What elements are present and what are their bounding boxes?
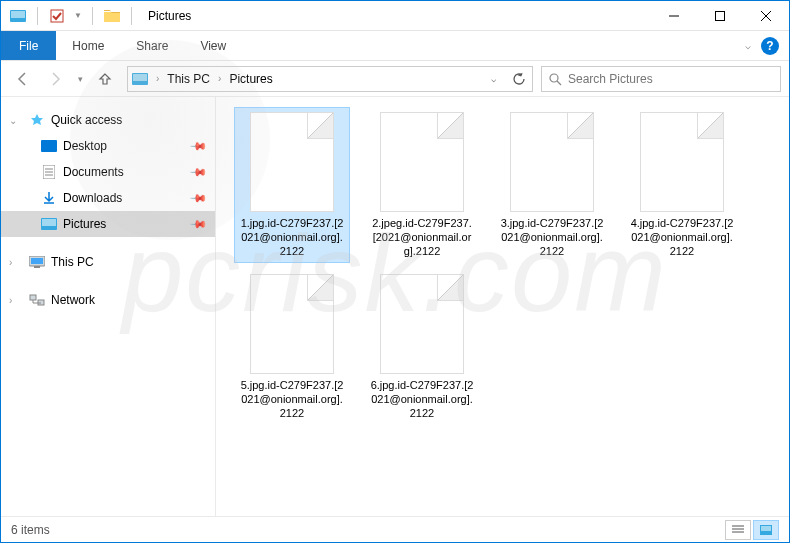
file-pane[interactable]: 1.jpg.id-C279F237.[2021@onionmail.org].2… [216,97,789,516]
file-grid: 1.jpg.id-C279F237.[2021@onionmail.org].2… [234,107,771,425]
svg-rect-22 [30,295,36,300]
file-thumb [250,112,334,212]
recent-dropdown[interactable]: ▾ [73,65,87,93]
tab-home[interactable]: Home [56,31,120,60]
file-item[interactable]: 4.jpg.id-C279F237.[2021@onionmail.org].2… [624,107,740,263]
qat-dropdown-icon[interactable]: ▼ [72,5,84,27]
tab-share[interactable]: Share [120,31,184,60]
breadcrumb[interactable]: This PC [161,72,216,86]
item-count: 6 items [11,523,50,537]
svg-rect-4 [716,11,725,20]
svg-rect-21 [34,266,40,268]
chevron-right-icon[interactable]: › [9,257,12,268]
sidebar-item-label: Downloads [63,191,122,205]
sidebar-item-label: This PC [51,255,94,269]
app-icon [7,5,29,27]
file-item[interactable]: 1.jpg.id-C279F237.[2021@onionmail.org].2… [234,107,350,263]
sidebar-item-label: Network [51,293,95,307]
titlebar: ▼ Pictures [1,1,789,31]
pin-icon: 📌 [188,136,207,155]
chevron-right-icon[interactable]: › [216,73,223,84]
star-icon [29,112,45,128]
file-thumb [510,112,594,212]
separator [131,7,132,25]
back-button[interactable] [9,65,37,93]
svg-rect-30 [761,526,771,531]
sidebar-item-desktop[interactable]: Desktop 📌 [1,133,215,159]
maximize-button[interactable] [697,1,743,31]
help-icon[interactable]: ? [761,37,779,55]
sidebar-item-label: Documents [63,165,124,179]
file-label: 1.jpg.id-C279F237.[2021@onionmail.org].2… [239,216,345,258]
explorer-window: ▼ Pictures File Home Share View ⌵ [0,0,790,543]
address-bar[interactable]: › This PC › Pictures ⌵ [127,66,533,92]
pin-icon: 📌 [188,214,207,233]
file-label: 3.jpg.id-C279F237.[2021@onionmail.org].2… [499,216,605,258]
file-item[interactable]: 5.jpg.id-C279F237.[2021@onionmail.org].2… [234,269,350,425]
pictures-icon [41,216,57,232]
address-dropdown-icon[interactable]: ⌵ [480,67,506,91]
sidebar-item-label: Desktop [63,139,107,153]
refresh-icon[interactable] [506,67,532,91]
documents-icon [41,164,57,180]
sidebar-item-label: Quick access [51,113,122,127]
forward-button[interactable] [41,65,69,93]
svg-rect-1 [11,11,25,18]
network-icon [29,292,45,308]
sidebar-item-label: Pictures [63,217,106,231]
svg-line-10 [557,81,561,85]
file-label: 4.jpg.id-C279F237.[2021@onionmail.org].2… [629,216,735,258]
properties-icon[interactable] [46,5,68,27]
file-thumb [640,112,724,212]
svg-point-9 [550,74,558,82]
pin-icon: 📌 [188,162,207,181]
file-thumb [380,112,464,212]
file-item[interactable]: 2.jpeg.id-C279F237.[2021@onionmail.org].… [364,107,480,263]
desktop-icon [41,138,57,154]
sidebar: ⌄ Quick access Desktop 📌 Documents 📌 Dow [1,97,216,516]
search-placeholder: Search Pictures [568,72,653,86]
statusbar: 6 items [1,516,789,542]
breadcrumb[interactable]: Pictures [223,72,278,86]
downloads-icon [41,190,57,206]
file-label: 2.jpeg.id-C279F237.[2021@onionmail.org].… [369,216,475,258]
file-thumb [250,274,334,374]
details-view-button[interactable] [725,520,751,540]
search-icon [548,72,562,86]
window-title: Pictures [140,9,199,23]
close-button[interactable] [743,1,789,31]
breadcrumb-root-icon[interactable] [128,73,154,85]
icons-view-button[interactable] [753,520,779,540]
separator [92,7,93,25]
file-item[interactable]: 6.jpg.id-C279F237.[2021@onionmail.org].2… [364,269,480,425]
svg-rect-20 [31,258,43,264]
sidebar-quick-access[interactable]: ⌄ Quick access [1,107,215,133]
sidebar-item-documents[interactable]: Documents 📌 [1,159,215,185]
search-input[interactable]: Search Pictures [541,66,781,92]
svg-rect-8 [133,74,147,81]
file-tab[interactable]: File [1,31,56,60]
up-button[interactable] [91,65,119,93]
svg-rect-18 [42,219,56,226]
separator [37,7,38,25]
navbar: ▾ › This PC › Pictures ⌵ Search Pictures [1,61,789,97]
sidebar-network[interactable]: › Network [1,287,215,313]
ribbon: File Home Share View ⌵ ? [1,31,789,61]
chevron-right-icon[interactable]: › [9,295,12,306]
pc-icon [29,254,45,270]
file-thumb [380,274,464,374]
sidebar-item-pictures[interactable]: Pictures 📌 [1,211,215,237]
chevron-right-icon[interactable]: › [154,73,161,84]
file-item[interactable]: 3.jpg.id-C279F237.[2021@onionmail.org].2… [494,107,610,263]
tab-view[interactable]: View [184,31,242,60]
minimize-button[interactable] [651,1,697,31]
pin-icon: 📌 [188,188,207,207]
ribbon-expand-icon[interactable]: ⌵ [745,40,751,51]
svg-rect-2 [51,10,63,22]
sidebar-this-pc[interactable]: › This PC [1,249,215,275]
file-label: 6.jpg.id-C279F237.[2021@onionmail.org].2… [369,378,475,420]
file-label: 5.jpg.id-C279F237.[2021@onionmail.org].2… [239,378,345,420]
chevron-down-icon[interactable]: ⌄ [9,115,17,126]
sidebar-item-downloads[interactable]: Downloads 📌 [1,185,215,211]
svg-rect-11 [41,140,57,152]
